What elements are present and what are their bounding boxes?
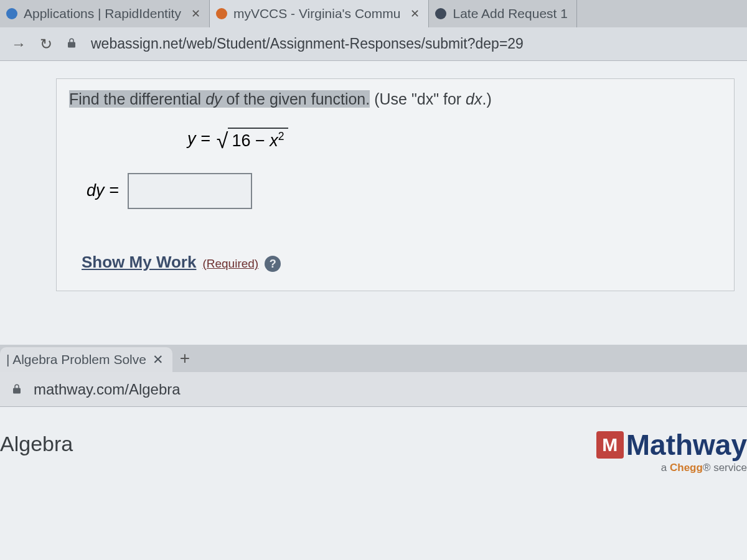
tab-strip: Applications | RapidIdentity ✕ myVCCS - …	[0, 0, 747, 27]
tab-rapididentity[interactable]: Applications | RapidIdentity ✕	[0, 0, 210, 27]
radical-icon: √	[217, 130, 228, 151]
tab-label: Applications | RapidIdentity	[24, 6, 181, 21]
problem-box: Find the differential dy of the given fu…	[56, 78, 735, 291]
brand-block: M Mathway a Chegg® service	[596, 428, 747, 474]
tab-algebra[interactable]: | Algebra Problem Solve ✕	[0, 347, 172, 372]
url-text[interactable]: webassign.net/web/Student/Assignment-Res…	[91, 35, 524, 52]
show-my-work[interactable]: Show My Work (Required) ?	[82, 253, 721, 273]
tab-myvccs[interactable]: myVCCS - Virginia's Commu ✕	[210, 0, 430, 27]
mathway-m-icon: M	[596, 431, 624, 459]
square-root: √ 16 − x2	[217, 128, 288, 151]
tab-strip: | Algebra Problem Solve ✕ +	[0, 345, 747, 372]
show-work-required: (Required)	[202, 257, 258, 271]
close-icon[interactable]: ✕	[153, 352, 164, 367]
equation: y = √ 16 − x2	[187, 128, 721, 151]
browser-window-bottom: | Algebra Problem Solve ✕ + mathway.com/…	[0, 345, 747, 560]
favicon-icon	[6, 8, 17, 19]
highlighted-text: Find the differential dy of the given fu…	[69, 90, 370, 108]
forward-icon[interactable]: →	[11, 35, 26, 53]
tab-label: myVCCS - Virginia's Commu	[233, 6, 401, 21]
help-icon[interactable]: ?	[265, 256, 281, 272]
address-toolbar: → ↻ webassign.net/web/Student/Assignment…	[0, 27, 747, 61]
page-content: Find the differential dy of the given fu…	[0, 61, 747, 345]
url-text[interactable]: mathway.com/Algebra	[34, 381, 181, 398]
brand-name: Mathway	[626, 428, 747, 462]
show-work-title: Show My Work	[82, 253, 196, 272]
favicon-icon	[216, 8, 227, 19]
equation-lhs: y =	[187, 129, 210, 149]
answer-label: dy =	[87, 181, 119, 200]
reload-icon[interactable]: ↻	[40, 35, 52, 53]
tab-label: | Algebra Problem Solve	[6, 352, 146, 367]
answer-input[interactable]	[128, 173, 252, 209]
lock-icon[interactable]	[11, 381, 22, 398]
problem-prompt: Find the differential dy of the given fu…	[69, 89, 721, 110]
address-toolbar: mathway.com/Algebra	[0, 372, 747, 407]
browser-window-top: Applications | RapidIdentity ✕ myVCCS - …	[0, 0, 747, 345]
answer-row: dy =	[87, 173, 721, 209]
close-icon[interactable]: ✕	[191, 7, 200, 21]
tab-label: Late Add Request 1	[453, 6, 567, 21]
page-content: Algebra M Mathway a Chegg® service	[0, 407, 747, 560]
favicon-icon	[435, 8, 446, 19]
radicand: 16 − x2	[228, 128, 288, 151]
close-icon[interactable]: ✕	[410, 7, 420, 21]
new-tab-button[interactable]: +	[172, 345, 197, 372]
tab-lateadd[interactable]: Late Add Request 1	[429, 0, 576, 27]
mathway-logo[interactable]: M Mathway	[596, 428, 747, 462]
brand-tagline: a Chegg® service	[596, 462, 747, 474]
lock-icon[interactable]	[66, 35, 77, 52]
